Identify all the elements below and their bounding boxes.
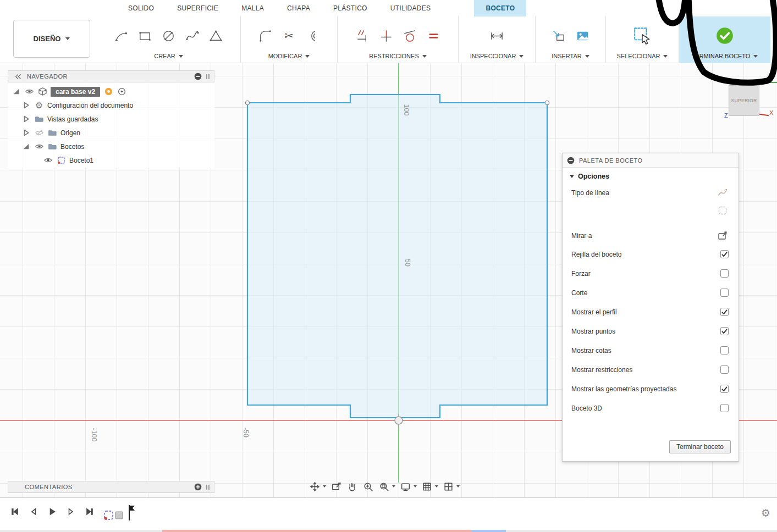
step-back-button[interactable] xyxy=(27,506,40,518)
create-rectangle-button[interactable] xyxy=(136,26,155,45)
group-label-seleccionar[interactable]: SELECCIONAR xyxy=(606,53,679,63)
insert-dxf-button[interactable] xyxy=(549,26,568,45)
chevron-down-icon[interactable] xyxy=(435,485,438,487)
checkbox-mostrar-restricciones[interactable] xyxy=(720,365,729,374)
tab-chapa[interactable]: CHAPA xyxy=(275,0,322,16)
chevron-down-icon[interactable] xyxy=(456,485,460,487)
measure-button[interactable] xyxy=(488,26,506,45)
checkbox-mostrar-puntos[interactable] xyxy=(720,327,729,335)
group-label-terminar-boceto[interactable]: TERMINAR BOCETO xyxy=(679,53,770,63)
pan-hand-icon[interactable] xyxy=(346,480,358,492)
visibility-eye-off-icon[interactable] xyxy=(34,128,44,138)
visibility-eye-icon[interactable] xyxy=(34,142,44,152)
chevron-down-icon[interactable] xyxy=(323,485,326,487)
constraint-horizontal-vertical-button[interactable] xyxy=(353,26,372,45)
constraint-perpendicular-button[interactable] xyxy=(377,26,395,45)
offset-button[interactable] xyxy=(304,26,322,45)
create-line-button[interactable] xyxy=(112,26,131,45)
construction-line-icon[interactable] xyxy=(717,204,729,217)
step-forward-button[interactable] xyxy=(65,506,77,518)
checkbox-geometrias-proyectadas[interactable] xyxy=(720,385,729,393)
finish-sketch-check-button[interactable] xyxy=(713,24,736,47)
zoom-icon[interactable] xyxy=(362,480,374,492)
timeline-features xyxy=(102,505,136,521)
visibility-eye-icon[interactable] xyxy=(43,156,53,165)
look-at-icon[interactable] xyxy=(717,230,729,242)
visibility-eye-icon[interactable] xyxy=(24,87,34,97)
checkbox-forzar[interactable] xyxy=(720,269,729,278)
comments-header: COMENTARIOS xyxy=(8,481,214,493)
orbit-icon[interactable] xyxy=(308,480,321,492)
group-label-restricciones[interactable]: RESTRICCIONES xyxy=(338,53,458,63)
zoom-window-icon[interactable] xyxy=(378,480,390,492)
vertex-point[interactable] xyxy=(545,101,549,104)
timeline-solid-feature-icon[interactable] xyxy=(113,509,125,521)
tab-solido[interactable]: SOLIDO xyxy=(117,0,166,16)
tree-item-document-root[interactable]: cara base v2 xyxy=(8,85,214,98)
create-circle-button[interactable] xyxy=(159,26,178,45)
create-polygon-button[interactable] xyxy=(207,26,225,45)
timeline-marker-icon[interactable] xyxy=(128,505,136,521)
tree-item-document-settings[interactable]: ⚙ Configuración del documento xyxy=(8,98,214,112)
collapse-panel-icon[interactable] xyxy=(13,71,23,81)
ground-target-icon xyxy=(117,87,126,97)
finish-sketch-button[interactable]: Terminar boceto xyxy=(669,440,731,453)
group-label-crear[interactable]: CREAR xyxy=(97,53,240,63)
checkbox-rejilla-del-boceto[interactable] xyxy=(720,250,729,258)
tree-item-origin[interactable]: Origen xyxy=(8,126,214,140)
linetype-icon[interactable] xyxy=(717,187,729,199)
palette-row-cotas: Mostrar cotas xyxy=(563,341,739,360)
go-to-end-button[interactable] xyxy=(84,506,96,518)
design-menu-button[interactable]: DISEÑO xyxy=(13,20,90,58)
constraint-tangent-button[interactable] xyxy=(400,26,419,45)
tree-item-sketch1[interactable]: Boceto1 xyxy=(8,153,214,167)
tab-boceto[interactable]: BOCETO xyxy=(474,0,526,16)
expand-open-icon[interactable] xyxy=(21,142,31,152)
tree-item-sketches-folder[interactable]: Bocetos xyxy=(8,140,214,153)
checkbox-mostrar-cotas[interactable] xyxy=(720,346,729,354)
checkbox-mostrar-el-perfil[interactable] xyxy=(720,308,729,316)
select-tool-button[interactable] xyxy=(631,24,654,47)
checkbox-corte[interactable] xyxy=(720,289,729,297)
checkbox-boceto-3d[interactable] xyxy=(720,404,729,412)
look-at-icon[interactable] xyxy=(330,480,342,492)
document-name[interactable]: cara base v2 xyxy=(51,87,100,97)
grid-settings-icon[interactable] xyxy=(421,480,433,492)
expand-closed-icon[interactable] xyxy=(21,101,31,110)
display-settings-icon[interactable] xyxy=(399,480,411,492)
chevron-down-icon[interactable] xyxy=(414,485,417,487)
viewcube[interactable]: SUPERIOR xyxy=(729,85,759,116)
go-to-start-button[interactable] xyxy=(9,506,21,518)
circle-minus-icon[interactable] xyxy=(567,157,575,164)
panel-drag-handle[interactable] xyxy=(206,485,210,490)
expand-open-icon[interactable] xyxy=(11,87,21,97)
group-label-inspeccionar[interactable]: INSPECCIONAR xyxy=(459,53,535,63)
circle-plus-icon[interactable] xyxy=(194,483,202,491)
expand-closed-icon[interactable] xyxy=(21,128,31,138)
vertex-point[interactable] xyxy=(245,101,249,104)
circle-minus-icon[interactable] xyxy=(194,73,202,80)
insert-image-button[interactable] xyxy=(573,26,592,45)
group-label-modificar[interactable]: MODIFICAR xyxy=(241,53,337,63)
tab-plastico[interactable]: PLÁSTICO xyxy=(322,0,379,16)
trim-scissors-button[interactable]: ✂ xyxy=(280,26,299,45)
group-label-text: INSPECCIONAR xyxy=(470,53,516,59)
play-button[interactable] xyxy=(46,506,58,518)
tab-utilidades[interactable]: UTILIDADES xyxy=(379,0,443,16)
constraint-equal-button[interactable] xyxy=(424,26,443,45)
group-label-insertar[interactable]: INSERTAR xyxy=(536,53,605,63)
fillet-button[interactable] xyxy=(256,26,275,45)
create-spline-button[interactable] xyxy=(183,26,202,45)
chevron-down-icon[interactable] xyxy=(392,485,395,487)
navigator-title: NAVEGADOR xyxy=(27,73,68,80)
gear-icon[interactable]: ⚙ xyxy=(761,508,770,518)
tab-superficie[interactable]: SUPERFICIE xyxy=(166,0,230,16)
expand-closed-icon[interactable] xyxy=(21,114,31,124)
viewports-icon[interactable] xyxy=(442,480,454,492)
sketch-profile[interactable] xyxy=(247,95,547,418)
bottom-edge-red-segment xyxy=(162,530,472,532)
panel-drag-handle[interactable] xyxy=(206,74,210,79)
tree-item-saved-views[interactable]: Vistas guardadas xyxy=(8,112,214,126)
tab-malla[interactable]: MALLA xyxy=(230,0,275,16)
palette-section-opciones[interactable]: Opciones xyxy=(563,168,739,184)
